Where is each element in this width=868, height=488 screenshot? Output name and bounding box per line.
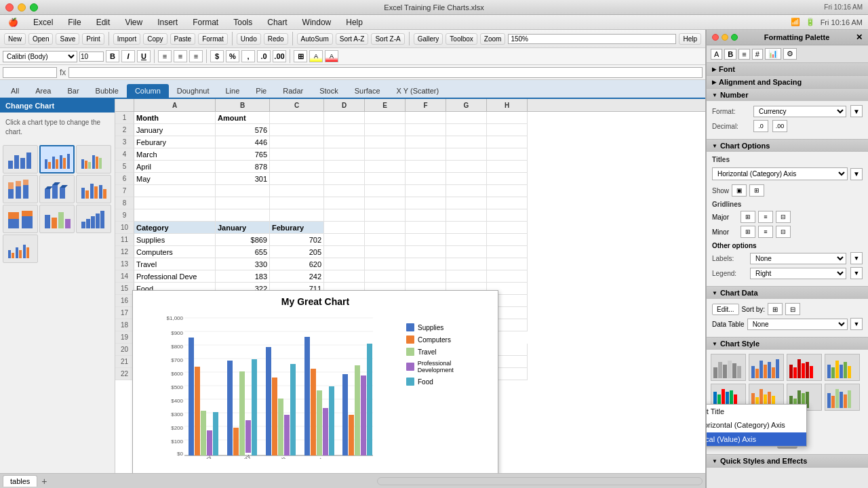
major-btn3[interactable]: ⊟	[776, 211, 791, 223]
palette-icon-align[interactable]: ≡	[738, 49, 749, 60]
cell-b9[interactable]	[216, 209, 270, 222]
cell-f1[interactable]	[406, 112, 446, 124]
cell-b10[interactable]: January	[216, 222, 270, 234]
tab-doughnut[interactable]: Doughnut	[169, 84, 218, 98]
sort-az-button[interactable]: Sort A-Z	[336, 33, 369, 45]
cell-d1[interactable]	[324, 112, 365, 124]
chart-icon-7[interactable]	[3, 205, 38, 233]
zoom-input[interactable]	[508, 34, 676, 44]
cell-c14[interactable]: 242	[270, 270, 324, 283]
show-btn2[interactable]: ⊞	[749, 184, 764, 197]
cell-h6[interactable]	[487, 173, 528, 185]
cell-g12[interactable]	[446, 246, 487, 258]
name-box[interactable]	[3, 67, 57, 78]
paste-button[interactable]: Paste	[170, 33, 196, 45]
cell-c10[interactable]: Feburary	[270, 222, 324, 234]
col-header-d[interactable]: D	[324, 99, 365, 111]
cell-f14[interactable]	[406, 270, 446, 283]
cell-h13[interactable]	[487, 258, 528, 270]
tab-surface[interactable]: Surface	[347, 84, 389, 98]
cell-b14[interactable]: 183	[216, 270, 270, 283]
cell-a11[interactable]: Supplies	[134, 234, 216, 246]
cell-a2[interactable]: January	[134, 124, 216, 136]
cell-e4[interactable]	[365, 148, 406, 161]
format-select-button[interactable]: ▼	[850, 105, 863, 117]
cell-e13[interactable]	[365, 258, 406, 270]
cell-a6[interactable]: May	[134, 173, 216, 185]
data-table-select[interactable]: None Show	[747, 319, 848, 330]
redo-button[interactable]: Redo	[264, 33, 288, 45]
palette-icon-number[interactable]: #	[752, 49, 763, 60]
horizontal-scrollbar[interactable]	[377, 477, 703, 485]
chart-icon-4[interactable]	[3, 175, 38, 203]
palette-maximize[interactable]	[731, 34, 738, 41]
major-btn2[interactable]: ≡	[758, 211, 773, 223]
labels-select[interactable]: None Show	[750, 253, 846, 264]
tab-radar[interactable]: Radar	[275, 84, 311, 98]
open-button[interactable]: Open	[28, 33, 53, 45]
cell-h1[interactable]	[487, 112, 528, 124]
cell-c4[interactable]	[270, 148, 324, 161]
cell-b11[interactable]: $869	[216, 234, 270, 246]
cell-c7[interactable]	[270, 185, 324, 197]
dropdown-item-vertical-axis[interactable]: Vertical (Value) Axis	[705, 432, 806, 446]
number-section-header[interactable]: ▼ Number	[707, 89, 868, 101]
show-btn1[interactable]: ▣	[732, 184, 747, 197]
menu-chart[interactable]: Chart	[264, 16, 290, 28]
cell-e7[interactable]	[365, 185, 406, 197]
align-right-button[interactable]: ≡	[189, 50, 203, 62]
cell-g8[interactable]	[446, 197, 487, 209]
sort-rows-button[interactable]: ⊞	[768, 303, 783, 315]
menu-format[interactable]: Format	[190, 16, 221, 28]
cell-b2[interactable]: 576	[216, 124, 270, 136]
increase-decimal-button[interactable]: .0	[257, 50, 271, 62]
palette-close[interactable]	[712, 34, 719, 41]
zoom-button[interactable]: Zoom	[480, 33, 506, 45]
style-thumb-3[interactable]	[787, 354, 822, 381]
chart-icon-2[interactable]	[39, 145, 75, 174]
cell-a9[interactable]	[134, 209, 216, 222]
new-button[interactable]: New	[4, 33, 26, 45]
cell-c13[interactable]: 620	[270, 258, 324, 270]
cell-h8[interactable]	[487, 197, 528, 209]
cell-f10[interactable]	[406, 222, 446, 234]
autosum-button[interactable]: AutoSum	[297, 33, 333, 45]
cell-c2[interactable]	[270, 124, 324, 136]
menu-file[interactable]: File	[65, 16, 83, 28]
cell-b3[interactable]: 446	[216, 136, 270, 148]
cell-d10[interactable]	[324, 222, 365, 234]
decimal-decrease-button[interactable]: .0	[753, 120, 768, 132]
tab-area[interactable]: Area	[27, 84, 59, 98]
menu-insert[interactable]: Insert	[155, 16, 180, 28]
cell-f9[interactable]	[406, 209, 446, 222]
menu-window[interactable]: Window	[300, 16, 334, 28]
cell-g14[interactable]	[446, 270, 487, 283]
palette-icon-text[interactable]: A	[711, 49, 722, 60]
cell-d5[interactable]	[324, 161, 365, 173]
cell-f7[interactable]	[406, 185, 446, 197]
cell-c5[interactable]	[270, 161, 324, 173]
cell-h11[interactable]	[487, 234, 528, 246]
traffic-lights[interactable]	[5, 3, 38, 12]
copy-button[interactable]: Copy	[143, 33, 167, 45]
tab-stock[interactable]: Stock	[311, 84, 347, 98]
cell-c12[interactable]: 205	[270, 246, 324, 258]
cell-a8[interactable]	[134, 197, 216, 209]
col-header-a[interactable]: A	[134, 99, 216, 111]
apple-menu[interactable]: 🍎	[5, 16, 21, 28]
palette-traffic-lights[interactable]	[712, 34, 738, 41]
cell-g2[interactable]	[446, 124, 487, 136]
chart-icon-6[interactable]	[76, 175, 111, 203]
print-button[interactable]: Print	[82, 33, 104, 45]
menu-view[interactable]: View	[122, 16, 145, 28]
cell-d6[interactable]	[324, 173, 365, 185]
save-button[interactable]: Save	[56, 33, 79, 45]
cell-a5[interactable]: April	[134, 161, 216, 173]
cell-f11[interactable]	[406, 234, 446, 246]
underline-button[interactable]: U	[137, 50, 151, 62]
palette-icon-gear[interactable]: ⚙	[783, 48, 797, 60]
cell-f4[interactable]	[406, 148, 446, 161]
chart-data-section-header[interactable]: ▼ Chart Data	[707, 287, 868, 299]
menu-tools[interactable]: Tools	[231, 16, 255, 28]
cell-g9[interactable]	[446, 209, 487, 222]
